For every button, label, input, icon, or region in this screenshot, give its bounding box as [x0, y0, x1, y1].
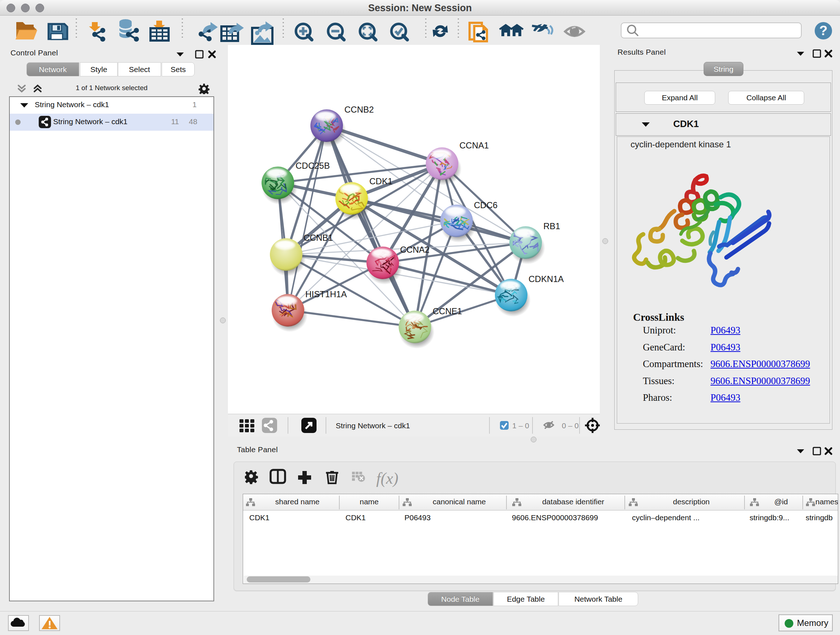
svg-text:HIST1H1A: HIST1H1A: [305, 289, 347, 299]
svg-text:String Network – cdk1: String Network – cdk1: [336, 421, 410, 430]
svg-text:CDKN1A: CDKN1A: [529, 274, 564, 284]
svg-text:CCNA1: CCNA1: [459, 141, 489, 150]
svg-text:CCNB2: CCNB2: [344, 105, 374, 114]
svg-text:RB1: RB1: [543, 221, 561, 231]
svg-text:CCNB1: CCNB1: [303, 233, 333, 242]
svg-text:0 – 0: 0 – 0: [562, 421, 579, 430]
svg-text:CDC25B: CDC25B: [295, 161, 330, 171]
svg-text:1 – 0: 1 – 0: [512, 421, 529, 430]
svg-text:f(x): f(x): [376, 470, 398, 487]
svg-text:CCNA2: CCNA2: [400, 245, 429, 255]
svg-text:CCNE1: CCNE1: [433, 306, 462, 316]
svg-text:CDK1: CDK1: [369, 176, 393, 186]
svg-text:CDC6: CDC6: [474, 200, 497, 210]
svg-text:?: ?: [819, 23, 828, 38]
